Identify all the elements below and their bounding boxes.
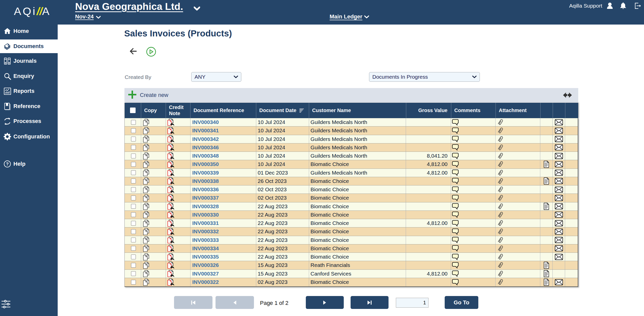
svg-text:?: ?: [6, 162, 9, 166]
